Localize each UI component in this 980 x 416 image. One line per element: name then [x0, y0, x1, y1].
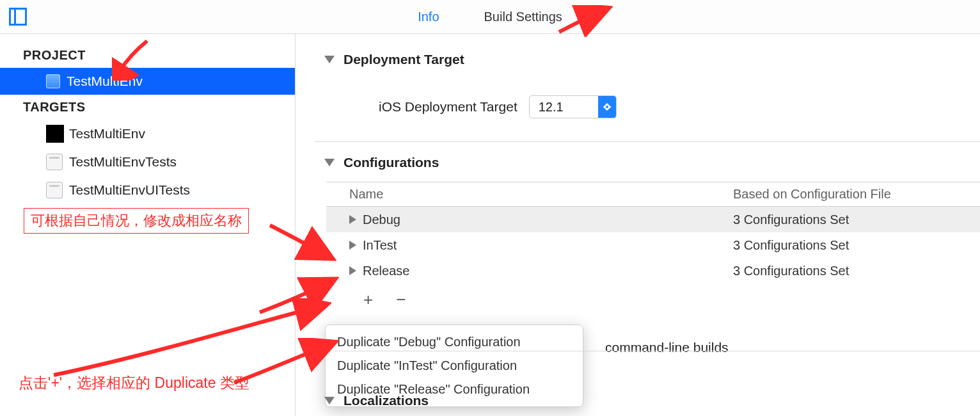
section-title: Configurations: [344, 155, 439, 170]
project-name-label: TestMultiEnv: [67, 74, 143, 89]
config-based: 3 Configurations Set: [729, 212, 980, 227]
chevron-right-icon[interactable]: [349, 241, 356, 250]
targets-section-header: TARGETS: [0, 95, 295, 120]
config-based: 3 Configurations Set: [729, 264, 980, 278]
command-line-builds-text: command-line builds: [605, 340, 729, 355]
config-name: Debug: [363, 212, 400, 227]
deployment-target-row: iOS Deployment Target 12.1: [296, 95, 980, 118]
chevron-right-icon[interactable]: [349, 266, 356, 275]
deployment-target-combobox[interactable]: 12.1: [529, 95, 617, 118]
dropdown-arrow-icon[interactable]: [598, 95, 616, 118]
target-item-tests[interactable]: TestMultiEnvTests: [0, 148, 295, 176]
disclosure-triangle-icon[interactable]: [324, 56, 335, 63]
add-config-button[interactable]: +: [363, 291, 373, 308]
config-row-debug[interactable]: Debug 3 Configurations Set: [326, 207, 980, 232]
localizations-section[interactable]: Localizations: [324, 393, 429, 408]
app-target-icon: [46, 125, 64, 143]
config-row-release[interactable]: Release 3 Configurations Set: [326, 258, 980, 284]
separator: [334, 351, 980, 351]
target-item-app[interactable]: TestMultiEnv: [0, 120, 295, 148]
disclosure-triangle-icon[interactable]: [324, 397, 335, 404]
config-row-intest[interactable]: InTest 3 Configurations Set: [326, 232, 980, 258]
editor-pane: Deployment Target iOS Deployment Target …: [296, 34, 980, 416]
annotation-plus-hint: 点击'+'，选择相应的 Duplicate 类型: [19, 373, 249, 393]
menu-item-duplicate-intest[interactable]: Duplicate "InTest" Configuration: [326, 354, 583, 378]
target-label: TestMultiEnvTests: [69, 154, 177, 170]
test-target-icon: [46, 182, 63, 198]
target-item-uitests[interactable]: TestMultiEnvUITests: [0, 176, 295, 204]
deployment-target-label: iOS Deployment Target: [379, 99, 518, 115]
remove-config-button[interactable]: −: [396, 291, 406, 308]
separator: [315, 141, 980, 142]
add-remove-bar: + −: [326, 284, 980, 308]
xcodeproj-icon: [46, 74, 60, 88]
section-title: Deployment Target: [344, 52, 464, 67]
configurations-table: Name Based on Configuration File Debug 3…: [326, 182, 980, 308]
tab-build-settings[interactable]: Build Settings: [484, 10, 562, 24]
project-item[interactable]: TestMultiEnv: [0, 68, 295, 95]
config-name: InTest: [363, 238, 397, 253]
test-target-icon: [46, 154, 63, 170]
annotation-rename: 可根据自己情况，修改成相应名称: [24, 208, 249, 234]
target-label: TestMultiEnv: [69, 126, 145, 141]
navigator-sidebar: PROJECT TestMultiEnv TARGETS TestMultiEn…: [0, 34, 296, 416]
top-bar: Info Build Settings: [0, 0, 980, 34]
column-header-name[interactable]: Name: [326, 187, 729, 202]
configurations-section[interactable]: Configurations: [296, 155, 980, 170]
disclosure-triangle-icon[interactable]: [324, 159, 335, 166]
table-header: Name Based on Configuration File: [326, 182, 980, 207]
section-title: Localizations: [344, 393, 429, 408]
deployment-target-value: 12.1: [530, 100, 598, 115]
target-label: TestMultiEnvUITests: [69, 182, 190, 198]
config-name: Release: [363, 264, 409, 278]
tab-bar: Info Build Settings: [0, 10, 980, 24]
chevron-right-icon[interactable]: [349, 215, 356, 224]
tab-info[interactable]: Info: [418, 10, 439, 24]
column-header-based[interactable]: Based on Configuration File: [729, 187, 980, 202]
config-based: 3 Configurations Set: [729, 238, 980, 253]
deployment-target-section[interactable]: Deployment Target: [296, 52, 980, 67]
project-section-header: PROJECT: [0, 43, 295, 68]
svg-marker-1: [603, 106, 611, 111]
